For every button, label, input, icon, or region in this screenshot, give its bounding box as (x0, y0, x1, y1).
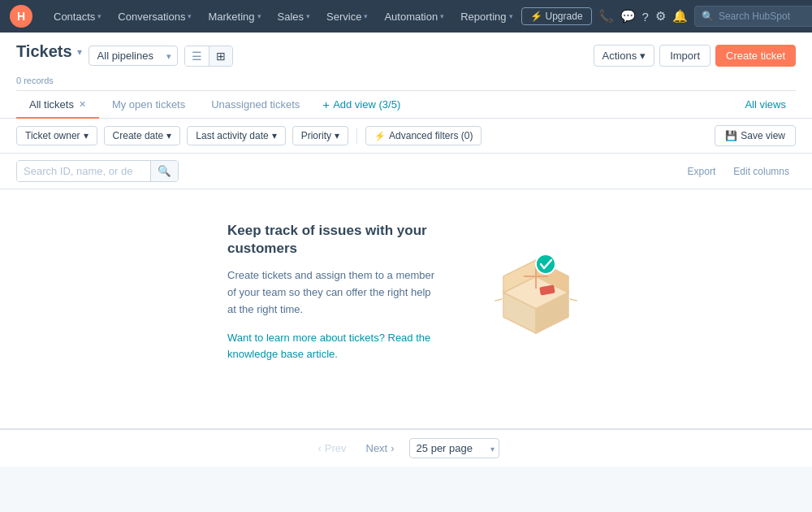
phone-icon[interactable]: 📞 (598, 9, 614, 24)
toolbar-left: Tickets ▾ All pipelines ☰ ⊞ (16, 42, 233, 69)
tab-all-tickets[interactable]: All tickets ✕ (16, 92, 99, 119)
next-icon: › (391, 442, 394, 454)
nav-item-sales[interactable]: Sales▾ (270, 0, 319, 33)
empty-state-illustration (487, 244, 585, 341)
search-input-wrapper: 🔍 (16, 160, 179, 182)
table-search-icon: 🔍 (158, 165, 171, 177)
filter-chevron-icon: ▾ (84, 130, 89, 141)
create-ticket-button[interactable]: Create ticket (715, 45, 796, 67)
nav-item-chevron: ▾ (306, 12, 310, 20)
save-view-button[interactable]: 💾 Save view (715, 125, 796, 146)
tab-my-open-tickets[interactable]: My open tickets (99, 92, 198, 119)
filter-last-activity-date[interactable]: Last activity date ▾ (187, 126, 285, 145)
record-count: 0 records (16, 76, 796, 85)
nav-item-label: Reporting (460, 11, 506, 23)
notifications-icon[interactable]: 🔔 (672, 9, 688, 24)
nav-item-label: Service (326, 11, 361, 23)
filter-divider (356, 128, 357, 144)
svg-line-10 (570, 299, 577, 301)
hubspot-logo[interactable]: H (10, 5, 32, 28)
nav-item-chevron: ▾ (188, 12, 192, 20)
actions-button[interactable]: Actions ▾ (594, 45, 655, 67)
filter-icon: ⚡ (374, 131, 386, 141)
search-actions-bar: 🔍 Export Edit columns (0, 154, 812, 189)
settings-icon[interactable]: ⚙ (655, 9, 666, 24)
page-wrapper: Tickets ▾ All pipelines ☰ ⊞ Actions ▾ (0, 33, 812, 512)
nav-item-chevron: ▾ (97, 12, 102, 20)
nav-item-reporting[interactable]: Reporting▾ (452, 0, 520, 33)
filter-create-date[interactable]: Create date ▾ (104, 126, 181, 145)
svg-point-8 (536, 254, 555, 274)
global-search[interactable]: 🔍 (694, 6, 812, 27)
filter-bar: Ticket owner ▾ Create date ▾ Last activi… (0, 119, 812, 154)
svg-line-9 (495, 299, 502, 301)
page-title: Tickets (16, 42, 72, 61)
nav-item-automation[interactable]: Automation▾ (376, 0, 452, 33)
tabs-row: All tickets ✕ My open tickets Unassigned… (16, 90, 796, 118)
nav-item-conversations[interactable]: Conversations▾ (110, 0, 200, 33)
nav-item-contacts[interactable]: Contacts▾ (45, 0, 110, 33)
nav-item-chevron: ▾ (440, 12, 444, 20)
pipeline-select[interactable]: All pipelines (89, 46, 178, 66)
save-view-wrapper: 💾 Save view (715, 125, 796, 146)
pipeline-select-wrapper: All pipelines (89, 46, 178, 66)
save-icon: 💾 (725, 130, 737, 141)
next-page-button[interactable]: Next › (361, 439, 400, 458)
tab-unassigned-tickets[interactable]: Unassigned tickets (198, 92, 313, 119)
nav-item-chevron: ▾ (364, 12, 368, 20)
nav-item-service[interactable]: Service▾ (318, 0, 376, 33)
pagination-bar: ‹ Prev Next › 25 per page 50 per page 10… (0, 429, 812, 466)
nav-item-marketing[interactable]: Marketing▾ (200, 0, 269, 33)
empty-state-text: Keep track of issues with your customers… (227, 222, 438, 363)
all-views-button[interactable]: All views (735, 92, 796, 117)
grid-view-button[interactable]: ⊞ (209, 46, 232, 66)
add-view-button[interactable]: + Add view (3/5) (313, 91, 410, 118)
filter-chevron-icon-4: ▾ (335, 130, 339, 141)
view-toggle: ☰ ⊞ (184, 46, 233, 67)
nav-item-label: Sales (278, 11, 304, 23)
export-button[interactable]: Export (681, 163, 723, 180)
table-search-button[interactable]: 🔍 (150, 161, 178, 181)
upgrade-button[interactable]: ⚡ Upgrade (521, 7, 592, 25)
empty-state: Keep track of issues with your customers… (16, 189, 796, 412)
top-navigation: H Contacts▾Conversations▾Marketing▾Sales… (0, 0, 812, 33)
nav-item-label: Marketing (208, 11, 254, 23)
tab-all-tickets-close[interactable]: ✕ (79, 99, 86, 110)
actions-chevron-icon: ▾ (640, 50, 646, 62)
nav-item-label: Contacts (54, 11, 95, 23)
empty-state-title: Keep track of issues with your customers (227, 222, 438, 258)
chat-icon[interactable]: 💬 (620, 9, 636, 24)
prev-page-button[interactable]: ‹ Prev (313, 439, 351, 458)
advanced-filters-button[interactable]: ⚡ Advanced filters (0) (365, 126, 482, 145)
per-page-wrapper: 25 per page 50 per page 100 per page (409, 438, 499, 458)
main-content: Keep track of issues with your customers… (0, 189, 812, 429)
nav-right: ⚡ Upgrade 📞 💬 ? ⚙ 🔔 🔍 IS ▾ (521, 6, 812, 27)
per-page-select[interactable]: 25 per page 50 per page 100 per page (409, 438, 499, 458)
list-view-button[interactable]: ☰ (185, 46, 209, 66)
filter-ticket-owner[interactable]: Ticket owner ▾ (16, 126, 97, 145)
import-button[interactable]: Import (659, 45, 710, 67)
nav-left: H Contacts▾Conversations▾Marketing▾Sales… (10, 0, 521, 33)
search-icon: 🔍 (702, 11, 714, 22)
title-dropdown-icon[interactable]: ▾ (77, 46, 82, 58)
nav-items: Contacts▾Conversations▾Marketing▾Sales▾S… (45, 0, 521, 33)
nav-item-chevron: ▾ (257, 12, 261, 20)
toolbar-row: Tickets ▾ All pipelines ☰ ⊞ Actions ▾ (16, 42, 796, 69)
toolbar-right: Actions ▾ Import Create ticket (594, 45, 796, 67)
empty-state-link[interactable]: Want to learn more about tickets? Read t… (227, 330, 438, 364)
prev-icon: ‹ (317, 442, 321, 454)
nav-item-chevron: ▾ (509, 12, 513, 20)
empty-state-description: Create tickets and assign them to a memb… (227, 267, 438, 318)
table-search-input[interactable] (17, 161, 150, 181)
search-input[interactable] (719, 11, 812, 22)
page-header: Tickets ▾ All pipelines ☰ ⊞ Actions ▾ (0, 33, 812, 119)
nav-item-label: Automation (384, 11, 438, 23)
filter-chevron-icon-2: ▾ (166, 130, 171, 141)
table-actions: Export Edit columns (681, 163, 796, 180)
edit-columns-button[interactable]: Edit columns (727, 163, 796, 180)
nav-item-label: Conversations (118, 11, 185, 23)
filter-chevron-icon-3: ▾ (272, 130, 277, 141)
filter-priority[interactable]: Priority ▾ (292, 126, 348, 145)
page-title-row: Tickets ▾ (16, 42, 82, 61)
help-icon[interactable]: ? (642, 10, 649, 24)
